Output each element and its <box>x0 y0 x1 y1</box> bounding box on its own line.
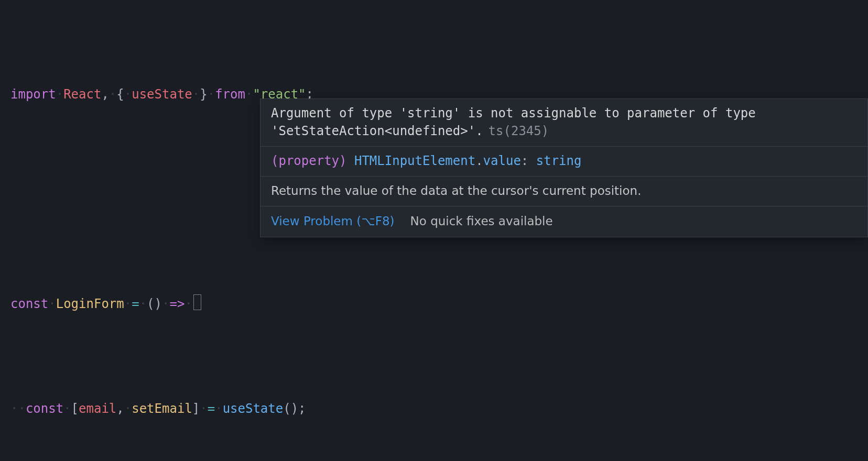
keyword-const: const <box>26 401 63 416</box>
operator-arrow: => <box>169 297 185 311</box>
whitespace-dot: · <box>185 297 192 311</box>
paren: () <box>147 297 162 311</box>
whitespace-dot: · <box>124 87 132 102</box>
sig-type: string <box>536 153 582 168</box>
whitespace-dot: · <box>162 297 169 311</box>
sig-dot: . <box>475 153 483 168</box>
identifier-email: email <box>79 401 116 416</box>
operator-equals: = <box>208 401 215 416</box>
keyword-from: from <box>215 87 245 102</box>
code-line[interactable]: ··const·[email,·setEmail]·=·useState(); <box>10 398 868 419</box>
operator-equals: = <box>132 297 139 311</box>
sig-colon: : <box>521 153 528 168</box>
hover-documentation: Returns the value of the data at the cur… <box>261 177 867 206</box>
whitespace-dot: · <box>139 297 147 311</box>
keyword-import: import <box>10 87 56 102</box>
identifier-loginform: LoginForm <box>56 297 124 311</box>
whitespace-dot: · <box>215 401 222 416</box>
keyword-const: const <box>10 297 48 311</box>
bracket-open: [ <box>71 401 79 416</box>
identifier-react: React <box>63 87 101 102</box>
brace-close: } <box>200 87 207 102</box>
identifier-usestate: useState <box>132 87 192 102</box>
whitespace-dot: · <box>245 87 253 102</box>
whitespace-dot: · <box>192 87 200 102</box>
whitespace-dot: · <box>200 401 207 416</box>
comma: , <box>101 87 108 102</box>
whitespace-dot: · <box>124 297 132 311</box>
whitespace-dot: · <box>124 401 132 416</box>
hover-error-message: Argument of type 'string' is not assigna… <box>261 99 867 147</box>
error-code: ts(2345) <box>489 124 549 138</box>
code-line[interactable]: const·LoginForm·=·()·=>· <box>10 293 868 314</box>
sig-class: HTMLInputElement <box>354 153 475 168</box>
bracket-close: ] <box>192 401 200 416</box>
no-quick-fix-label: No quick fixes available <box>410 211 553 232</box>
whitespace-dot: · <box>63 401 71 416</box>
whitespace-dot: · <box>48 297 56 311</box>
whitespace-dot: · <box>208 87 215 102</box>
comma: , <box>116 401 124 416</box>
cursor-box <box>193 294 201 310</box>
sig-kind: (property) <box>271 153 347 168</box>
hover-tooltip[interactable]: Argument of type 'string' is not assigna… <box>260 98 868 237</box>
view-problem-link[interactable]: View Problem (⌥F8) <box>271 211 395 232</box>
hover-signature: (property) HTMLInputElement.value: strin… <box>261 147 867 177</box>
sig-member: value <box>483 153 521 168</box>
whitespace-dot: · <box>109 87 116 102</box>
indent: ·· <box>10 401 26 416</box>
brace-open: { <box>116 87 124 102</box>
identifier-usestate-call: useState <box>223 401 284 416</box>
whitespace-dot: · <box>56 87 63 102</box>
call-parens: (); <box>283 401 306 416</box>
hover-actions: View Problem (⌥F8) No quick fixes availa… <box>261 206 867 237</box>
identifier-setemail: setEmail <box>132 401 192 416</box>
